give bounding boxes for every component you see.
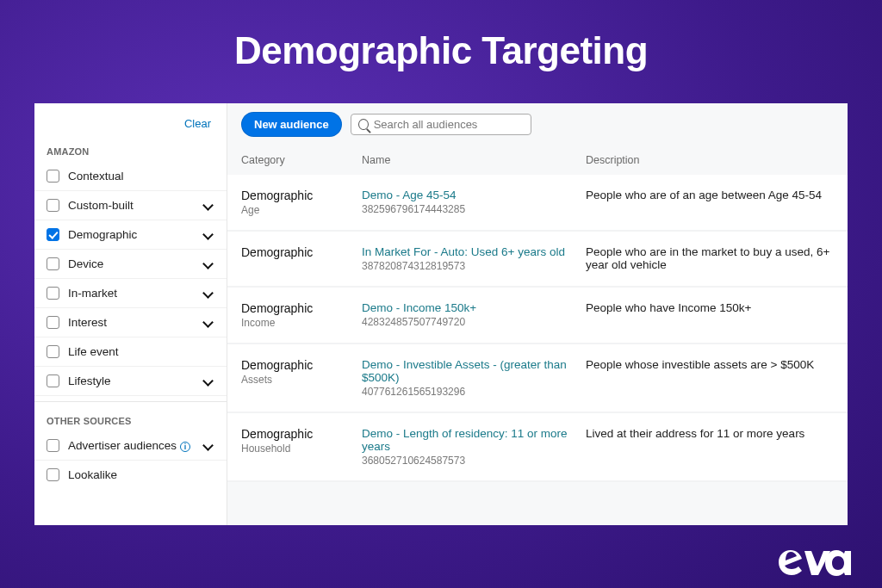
row-subcategory: Income <box>241 317 362 329</box>
checkbox-icon[interactable] <box>47 468 59 481</box>
audience-name-link[interactable]: Demo - Length of residency: 11 or more y… <box>362 427 586 453</box>
header-description: Description <box>586 154 834 166</box>
table-body: Demographic Age Demo - Age 45-54 3825967… <box>227 175 848 525</box>
chevron-down-icon[interactable] <box>202 440 214 452</box>
sidebar-item-label: Advertiser audiencesi <box>68 439 202 452</box>
checkbox-icon[interactable] <box>47 316 59 329</box>
checkbox-checked-icon[interactable] <box>47 228 59 241</box>
row-subcategory: Age <box>241 204 362 216</box>
sidebar-item-life-event[interactable]: Life event <box>34 337 227 367</box>
sidebar-section-amazon: AMAZON <box>34 138 227 162</box>
sidebar-item-label: Custom-built <box>68 199 202 212</box>
chevron-down-icon[interactable] <box>202 288 214 300</box>
row-subcategory: Assets <box>241 374 362 386</box>
clear-button[interactable]: Clear <box>184 117 211 130</box>
chevron-down-icon[interactable] <box>202 258 214 270</box>
sidebar-item-demographic[interactable]: Demographic <box>34 220 227 250</box>
toolbar: New audience <box>227 103 848 145</box>
header-name: Name <box>362 154 586 166</box>
row-description: Lived at their address for 11 or more ye… <box>586 427 834 467</box>
sidebar-item-label: Contextual <box>68 170 214 183</box>
row-category: Demographic <box>241 189 362 202</box>
sidebar-item-lifestyle[interactable]: Lifestyle <box>34 367 227 396</box>
table-row: Demographic In Market For - Auto: Used 6… <box>227 232 848 288</box>
header-category: Category <box>241 154 362 166</box>
audience-name-link[interactable]: In Market For - Auto: Used 6+ years old <box>362 245 586 258</box>
page-title: Demographic Targeting <box>0 0 882 72</box>
audience-id: 382596796174443285 <box>362 203 586 215</box>
chevron-down-icon[interactable] <box>202 229 214 241</box>
audience-id: 387820874312819573 <box>362 260 586 272</box>
chevron-down-icon[interactable] <box>202 200 214 212</box>
row-subcategory: Household <box>241 443 362 455</box>
sidebar-item-label: Lifestyle <box>68 374 202 387</box>
sidebar-item-label: Interest <box>68 316 202 329</box>
search-input[interactable] <box>374 118 524 131</box>
checkbox-icon[interactable] <box>47 345 59 358</box>
audience-id: 428324857507749720 <box>362 316 586 328</box>
search-icon <box>358 119 369 130</box>
divider <box>34 401 227 402</box>
sidebar: Clear AMAZON Contextual Custom-built Dem… <box>34 103 227 525</box>
sidebar-item-lookalike[interactable]: Lookalike <box>34 461 227 489</box>
brand-logo <box>773 542 856 578</box>
audience-id: 368052710624587573 <box>362 455 586 467</box>
sidebar-item-label: Lookalike <box>68 468 214 481</box>
chevron-down-icon[interactable] <box>202 317 214 329</box>
checkbox-icon[interactable] <box>47 287 59 300</box>
checkbox-icon[interactable] <box>47 170 59 183</box>
search-field[interactable] <box>351 114 531 135</box>
new-audience-button[interactable]: New audience <box>241 112 342 137</box>
row-category: Demographic <box>241 301 362 315</box>
sidebar-item-custom-built[interactable]: Custom-built <box>34 191 227 220</box>
info-icon[interactable]: i <box>180 442 190 452</box>
main-content: New audience Category Name Description D… <box>227 103 848 525</box>
sidebar-item-contextual[interactable]: Contextual <box>34 162 227 191</box>
table-row: Demographic Age Demo - Age 45-54 3825967… <box>227 175 848 232</box>
checkbox-icon[interactable] <box>47 374 59 387</box>
checkbox-icon[interactable] <box>47 199 59 212</box>
audience-name-link[interactable]: Demo - Income 150k+ <box>362 301 586 314</box>
sidebar-item-interest[interactable]: Interest <box>34 308 227 337</box>
row-description: People who are in the market to buy a us… <box>586 245 834 272</box>
row-description: People whose investible assets are > $50… <box>586 358 834 398</box>
checkbox-icon[interactable] <box>47 439 59 452</box>
sidebar-item-device[interactable]: Device <box>34 250 227 279</box>
app-panel: Clear AMAZON Contextual Custom-built Dem… <box>34 103 848 525</box>
sidebar-item-advertiser-audiences[interactable]: Advertiser audiencesi <box>34 431 227 461</box>
row-description: People who have Income 150k+ <box>586 301 834 329</box>
sidebar-item-label: Device <box>68 257 202 270</box>
table-row: Demographic Income Demo - Income 150k+ 4… <box>227 288 848 344</box>
audience-name-link[interactable]: Demo - Investible Assets - (greater than… <box>362 358 586 384</box>
checkbox-icon[interactable] <box>47 257 59 270</box>
row-description: People who are of an age between Age 45-… <box>586 189 834 216</box>
chevron-down-icon[interactable] <box>202 375 214 387</box>
sidebar-item-label: Life event <box>68 345 214 358</box>
sidebar-item-label: In-market <box>68 287 202 300</box>
row-category: Demographic <box>241 427 362 441</box>
sidebar-item-in-market[interactable]: In-market <box>34 279 227 308</box>
audience-id: 407761261565193296 <box>362 386 586 398</box>
table-headers: Category Name Description <box>227 145 848 175</box>
table-row: Demographic Household Demo - Length of r… <box>227 413 848 482</box>
row-category: Demographic <box>241 245 362 259</box>
sidebar-item-label: Demographic <box>68 228 202 241</box>
table-row: Demographic Assets Demo - Investible Ass… <box>227 344 848 413</box>
row-category: Demographic <box>241 358 362 372</box>
audience-name-link[interactable]: Demo - Age 45-54 <box>362 189 586 201</box>
sidebar-section-other: OTHER SOURCES <box>34 407 227 431</box>
